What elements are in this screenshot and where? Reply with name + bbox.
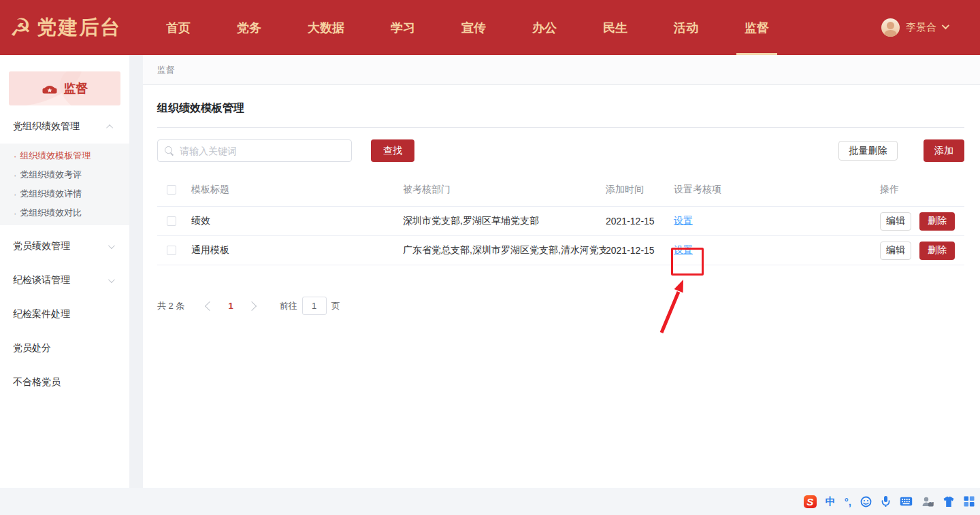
cell-date: 2021-12-15 xyxy=(606,245,674,256)
chevron-down-icon xyxy=(108,242,115,249)
sidebar-item-member-punishment[interactable]: 党员处分 xyxy=(0,331,129,365)
toolbar: 查找 批量删除 添加 xyxy=(157,139,964,162)
cell-department: 广东省党总支部,深圳市罗湖区党支部,清水河党支... xyxy=(403,244,606,256)
svg-text:19: 19 xyxy=(929,501,934,506)
sidebar-item-org-detail[interactable]: · 党组织绩效详情 xyxy=(0,184,129,203)
column-header-title: 模板标题 xyxy=(191,184,403,196)
prev-page-icon[interactable] xyxy=(205,301,214,310)
find-button[interactable]: 查找 xyxy=(371,139,414,162)
chevron-up-icon xyxy=(106,124,113,131)
current-page[interactable]: 1 xyxy=(228,301,233,311)
goto-suffix: 页 xyxy=(331,300,340,312)
breadcrumb: 监督 xyxy=(143,55,980,85)
user-name: 李景合 xyxy=(906,21,936,34)
sidebar-group-org-performance[interactable]: 党组织绩效管理 xyxy=(0,110,129,144)
nav-item-activity[interactable]: 活动 xyxy=(657,0,715,55)
party-emblem-icon: ☭ xyxy=(10,16,31,40)
table-header-row: 模板标题 被考核部门 添加时间 设置考核项 操作 xyxy=(157,173,964,207)
breadcrumb-item[interactable]: 监督 xyxy=(157,64,175,76)
pagination-total: 共 2 条 xyxy=(157,300,184,312)
nav-item-home[interactable]: 首页 xyxy=(150,0,207,55)
column-header-actions: 操作 xyxy=(880,184,964,196)
content-card: 组织绩效模板管理 查找 批量删除 添加 模板标题 被考核部门 添加时间 设置考核… xyxy=(143,85,980,488)
add-button[interactable]: 添加 xyxy=(924,139,964,162)
main-content: 监督 组织绩效模板管理 查找 批量删除 添加 模板标题 被考核部门 添加时间 设… xyxy=(143,55,980,488)
user-avatar xyxy=(881,18,900,37)
user-menu[interactable]: 李景合 xyxy=(881,18,947,37)
nav-item-office[interactable]: 办公 xyxy=(516,0,573,55)
bullet-dot: · xyxy=(14,170,16,180)
chinese-mode-icon[interactable]: 中 xyxy=(826,495,836,508)
row-checkbox[interactable] xyxy=(167,216,176,226)
nav-item-publicity[interactable]: 宣传 xyxy=(445,0,502,55)
punctuation-mode-icon[interactable]: °, xyxy=(845,496,851,508)
search-input[interactable] xyxy=(180,146,344,156)
sidebar-banner-title: 监督 xyxy=(64,80,88,97)
sidebar-item-org-compare[interactable]: · 党组织绩效对比 xyxy=(0,203,129,222)
sidebar-item-label: 组织绩效模板管理 xyxy=(20,150,91,162)
nav-item-party-affairs[interactable]: 党务 xyxy=(220,0,278,55)
delete-button[interactable]: 删除 xyxy=(919,242,955,260)
nav-item-study[interactable]: 学习 xyxy=(374,0,431,55)
sidebar-menu: 党组织绩效管理 · 组织绩效模板管理 · 党组织绩效考评 · 党组织绩效详情 ·… xyxy=(0,110,129,399)
next-page-icon[interactable] xyxy=(247,301,257,310)
sidebar-group-label: 党员绩效管理 xyxy=(13,240,70,252)
keyboard-icon[interactable] xyxy=(900,497,913,506)
bullet-dot: · xyxy=(14,151,16,161)
sidebar-group-discipline-talk[interactable]: 纪检谈话管理 xyxy=(0,263,129,297)
nav-item-supervision[interactable]: 监督 xyxy=(728,0,785,55)
sidebar-group-label: 党组织绩效管理 xyxy=(13,120,80,133)
cell-template-title: 通用模板 xyxy=(191,244,403,256)
microphone-icon[interactable] xyxy=(881,495,891,508)
template-table: 模板标题 被考核部门 添加时间 设置考核项 操作 绩效 深圳市党支部,罗湖区草埔… xyxy=(157,173,964,265)
edit-button[interactable]: 编辑 xyxy=(880,212,911,231)
chevron-down-icon xyxy=(108,276,115,283)
bullet-dot: · xyxy=(14,208,16,218)
sogou-logo-icon[interactable]: S xyxy=(804,495,817,508)
page-title: 组织绩效模板管理 xyxy=(143,85,980,116)
sidebar-item-label: 党组织绩效考评 xyxy=(20,169,82,181)
goto-page-input[interactable] xyxy=(302,297,327,315)
set-link-annotated[interactable]: 设置 xyxy=(674,244,693,255)
sidebar-item-unqualified-member[interactable]: 不合格党员 xyxy=(0,365,129,399)
toolbox-grid-icon[interactable] xyxy=(964,496,975,507)
edit-button[interactable]: 编辑 xyxy=(880,242,911,260)
goto-label: 前往 xyxy=(280,300,297,312)
sidebar-group-member-performance[interactable]: 党员绩效管理 xyxy=(0,229,129,263)
nav-item-livelihood[interactable]: 民生 xyxy=(587,0,644,55)
top-navigation-bar: ☭ 党建后台 首页 党务 大数据 学习 宣传 办公 民生 活动 监督 李景合 xyxy=(0,0,980,55)
set-link[interactable]: 设置 xyxy=(674,215,693,226)
delete-button[interactable]: 删除 xyxy=(919,212,955,231)
cell-date: 2021-12-15 xyxy=(606,216,674,227)
sidebar-item-template-management[interactable]: · 组织绩效模板管理 xyxy=(0,146,129,165)
sidebar-item-label: 党组织绩效对比 xyxy=(20,207,82,219)
column-header-set-items: 设置考核项 xyxy=(674,184,880,196)
search-icon xyxy=(165,146,174,156)
column-header-date: 添加时间 xyxy=(606,184,674,196)
main-nav: 首页 党务 大数据 学习 宣传 办公 民生 活动 监督 xyxy=(143,0,792,55)
table-row: 通用模板 广东省党总支部,深圳市罗湖区党支部,清水河党支... 2021-12-… xyxy=(157,236,964,265)
chevron-down-icon xyxy=(942,21,949,29)
select-all-checkbox[interactable] xyxy=(167,185,176,195)
row-checkbox[interactable] xyxy=(167,246,176,255)
cell-template-title: 绩效 xyxy=(191,215,403,227)
bullet-dot: · xyxy=(14,189,16,199)
bottom-strip: S 中 °, xyxy=(0,488,980,515)
cell-department: 深圳市党支部,罗湖区草埔党支部 xyxy=(403,215,606,227)
sidebar-group-label: 纪检谈话管理 xyxy=(13,274,70,286)
ime-tray: S 中 °, xyxy=(804,495,975,508)
emoji-icon[interactable] xyxy=(860,496,872,508)
search-box xyxy=(157,139,352,162)
batch-delete-button[interactable]: 批量删除 xyxy=(838,141,898,161)
red-cap-icon xyxy=(42,82,58,95)
nav-item-big-data[interactable]: 大数据 xyxy=(291,0,361,55)
app-logo: ☭ 党建后台 xyxy=(10,14,143,41)
sidebar-item-org-appraisal[interactable]: · 党组织绩效考评 xyxy=(0,165,129,184)
divider xyxy=(157,127,964,128)
table-row: 绩效 深圳市党支部,罗湖区草埔党支部 2021-12-15 设置 编辑 删除 xyxy=(157,207,964,236)
user-count-icon[interactable]: 19 xyxy=(921,496,934,508)
skin-shirt-icon[interactable] xyxy=(943,496,955,508)
sidebar-item-discipline-case[interactable]: 纪检案件处理 xyxy=(0,297,129,331)
column-header-department: 被考核部门 xyxy=(403,184,606,196)
app-title: 党建后台 xyxy=(37,14,121,41)
